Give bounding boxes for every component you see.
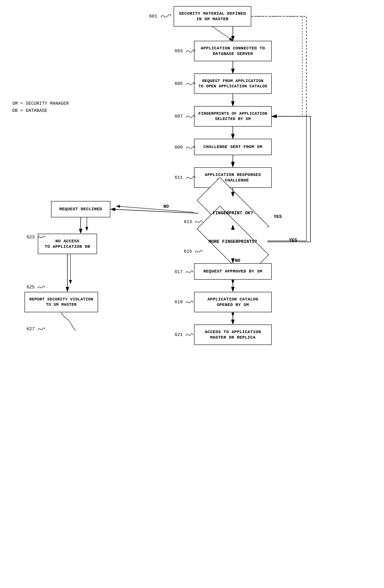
- diagram-container: SECURITY MATERIAL DEFINED IN SM MASTER 6…: [0, 0, 384, 588]
- diamond-more-fingerprints: MORE FINGERPRINTS?: [198, 226, 268, 258]
- label-611: 611: [175, 175, 196, 180]
- box-catalog-opened: APPLICATION CATALOGOPENED BY SM: [194, 292, 272, 312]
- flow-label-yes-1: YES: [274, 214, 282, 219]
- label-627: 627: [26, 327, 45, 332]
- label-625: 625: [26, 285, 45, 290]
- box-app-responses: APPLICATION RESPONSESTO CHALLENGE: [194, 167, 272, 188]
- legend-db: DB = DATABASE: [12, 107, 69, 114]
- box-app-connected: APPLICATION CONNECTED TO DATABASE SERVER: [194, 41, 272, 61]
- box-security-material: SECURITY MATERIAL DEFINED IN SM MASTER: [174, 6, 251, 26]
- label-615: 615: [184, 249, 203, 254]
- legend-sm: SM = SECURITY MANAGER: [12, 100, 69, 107]
- flow-label-yes-2: YES: [289, 238, 297, 243]
- box-fingerprints-selected: FINGERPRINTS OF APPLICATIONSELECTED BY S…: [194, 106, 272, 126]
- label-621: 621: [175, 332, 194, 337]
- box-challenge-sent: CHALLENGE SENT FROM SM: [194, 139, 272, 155]
- svg-line-11: [116, 206, 194, 212]
- legend: SM = SECURITY MANAGER DB = DATABASE: [12, 100, 69, 114]
- label-609: 609: [175, 145, 196, 150]
- label-619: 619: [175, 300, 194, 305]
- box-request-approved: REQUEST APPROVED BY SM: [194, 263, 272, 280]
- box-access-master-replica: ACCESS TO APPLICATIONMASTER OR REPLICA: [194, 325, 272, 345]
- label-605: 605: [175, 81, 196, 86]
- svg-line-33: [111, 209, 199, 213]
- svg-line-5: [212, 26, 233, 41]
- box-request-declined: REQUEST DECLINED: [51, 201, 110, 217]
- box-request-open-catalog: REQUEST FROM APPLICATIONTO OPEN APPLICAT…: [194, 73, 272, 94]
- box-no-access: NO ACCESSTO APPLICATION DB: [38, 234, 97, 254]
- label-623: 623: [26, 235, 45, 240]
- label-603: 603: [175, 49, 196, 54]
- flow-label-no-2: NO: [235, 258, 240, 263]
- flow-label-no-1: NO: [163, 204, 169, 209]
- label-601: 601: [149, 13, 172, 19]
- label-607: 607: [175, 114, 196, 119]
- label-617: 617: [175, 269, 194, 274]
- label-613: 613: [184, 219, 203, 225]
- box-report-violation: REPORT SECURITY VIOLATIONTO SM MASTER: [24, 292, 98, 312]
